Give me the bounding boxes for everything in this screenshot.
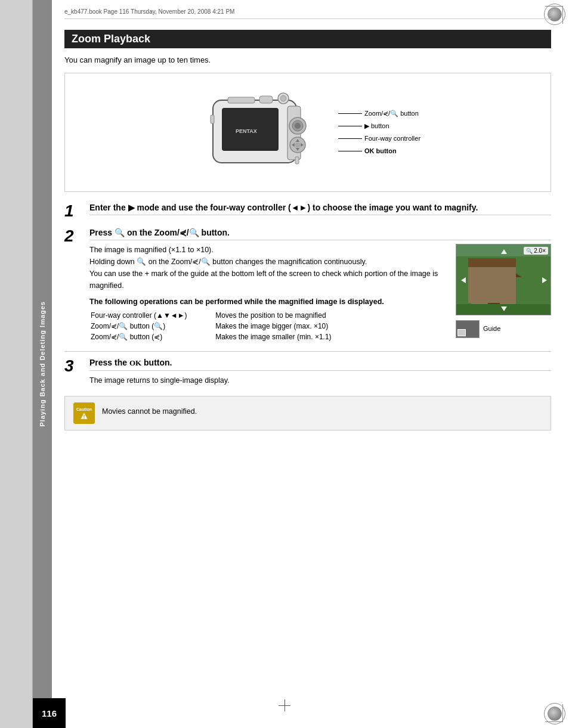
svg-rect-17	[295, 157, 299, 164]
caution-text: Movies cannot be magnified.	[102, 402, 197, 416]
section-title: Zoom Playback	[64, 30, 551, 48]
sidebar-label-text: Playing Back and Deleting Images	[39, 301, 46, 427]
step-3-number: 3	[64, 358, 81, 386]
caution-box: Caution ! Movies cannot be magnified.	[64, 396, 551, 430]
op-col1-1: Four-way controller (▲▼◄►)	[91, 311, 214, 320]
step-2-heading: Press 🔍 on the Zoom/⋞/🔍 button.	[89, 228, 551, 240]
operations-heading: The following operations can be performe…	[89, 298, 446, 306]
intro-text: You can magnify an image up to ten times…	[64, 55, 551, 64]
camera-illustration: PENTAX	[195, 85, 326, 179]
svg-text:PENTAX: PENTAX	[236, 128, 257, 134]
label-zoom-button: Zoom/⋞/🔍 button	[338, 107, 420, 120]
guide-label: Guide	[483, 325, 500, 332]
op-col1-2: Zoom/⋞/🔍 button (🔍)	[91, 321, 214, 331]
step-1-number: 1	[64, 203, 81, 219]
header-bar: e_kb477.book Page 116 Thursday, November…	[64, 0, 551, 19]
operations-table: Four-way controller (▲▼◄►) Moves the pos…	[89, 309, 446, 343]
step-3-container: 3 Press the OK button. The image returns…	[64, 358, 551, 386]
svg-text:!: !	[84, 414, 85, 420]
sidebar-label: Playing Back and Deleting Images	[33, 0, 52, 728]
step-3-body: The image returns to single-image displa…	[89, 374, 551, 386]
table-row: Zoom/⋞/🔍 button (⋞) Makes the image smal…	[91, 332, 445, 342]
op-col2-1: Moves the position to be magnified	[215, 311, 445, 320]
camera-diagram-box: PENTAX Zoom/⋞/🔍 button ▶ button	[64, 73, 551, 192]
svg-marker-23	[468, 259, 522, 277]
zoom-ratio-text: 2.0×	[534, 247, 546, 254]
label-fourway: Four-way controller	[338, 132, 420, 145]
label-play-button: ▶ button	[338, 120, 420, 132]
step-2-image: 🔍 2.0× Guide	[456, 244, 551, 343]
step-2-number: 2	[64, 228, 81, 343]
step-1-container: 1 Enter the ▶ mode and use the four-way …	[64, 203, 551, 219]
step-3-heading: Press the OK button.	[89, 358, 551, 371]
svg-rect-4	[259, 96, 273, 103]
zoom-ratio-badge: 🔍 2.0×	[524, 247, 548, 255]
zoom-preview-box: 🔍 2.0×	[456, 244, 551, 315]
step-3-content: Press the OK button. The image returns t…	[89, 358, 551, 386]
step-2-content: Press 🔍 on the Zoom/⋞/🔍 button. The imag…	[89, 228, 551, 343]
op-col2-2: Makes the image bigger (max. ×10)	[215, 321, 445, 331]
op-col2-3: Makes the image smaller (min. ×1.1)	[215, 332, 445, 342]
label-ok-button: OK button	[338, 145, 420, 157]
step-divider	[64, 351, 551, 352]
svg-text:Caution: Caution	[76, 407, 92, 411]
left-sidebar: 4	[0, 0, 33, 728]
step-2-body-line2: Holding down 🔍 on the Zoom/⋞/🔍 button ch…	[89, 256, 446, 268]
step-1-content: Enter the ▶ mode and use the four-way co…	[89, 203, 551, 219]
camera-labels: Zoom/⋞/🔍 button ▶ button Four-way contro…	[338, 107, 420, 157]
svg-rect-26	[501, 280, 510, 288]
step-2-container: 2 Press 🔍 on the Zoom/⋞/🔍 button. The im…	[64, 228, 551, 343]
svg-point-7	[295, 123, 301, 129]
guide-area: Guide	[456, 318, 551, 338]
step-2-layout: The image is magnified (×1.1 to ×10). Ho…	[89, 244, 551, 343]
table-row: Zoom/⋞/🔍 button (🔍) Makes the image bigg…	[91, 321, 445, 331]
camera-diagram: PENTAX Zoom/⋞/🔍 button ▶ button	[195, 85, 420, 179]
step-2-body-line3: You can use the + mark of the guide at t…	[89, 268, 446, 292]
step-2-text: The image is magnified (×1.1 to ×10). Ho…	[89, 244, 446, 343]
table-row: Four-way controller (▲▼◄►) Moves the pos…	[91, 311, 445, 320]
step-1-heading: Enter the ▶ mode and use the four-way co…	[89, 203, 551, 215]
step-2-body-line1: The image is magnified (×1.1 to ×10).	[89, 244, 446, 256]
svg-point-14	[295, 142, 300, 147]
guide-box	[456, 320, 480, 338]
operations-section: The following operations can be performe…	[89, 298, 446, 343]
main-content: e_kb477.book Page 116 Thursday, November…	[52, 0, 569, 728]
op-col1-3: Zoom/⋞/🔍 button (⋞)	[91, 332, 214, 342]
file-info: e_kb477.book Page 116 Thursday, November…	[64, 8, 234, 15]
caution-icon: Caution !	[73, 402, 95, 424]
svg-rect-16	[211, 115, 214, 123]
svg-point-19	[280, 95, 286, 101]
svg-rect-25	[474, 280, 483, 288]
svg-rect-3	[228, 97, 255, 103]
